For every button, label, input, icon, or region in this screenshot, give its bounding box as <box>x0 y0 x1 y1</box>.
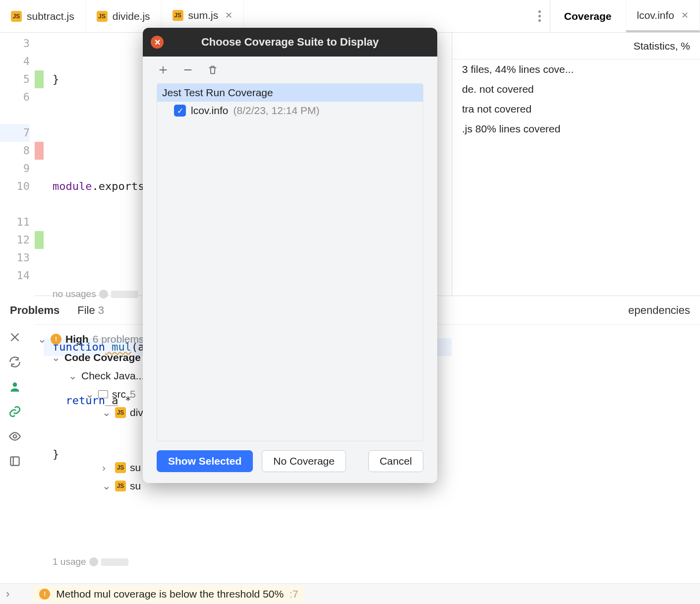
line-number: 4 <box>0 53 30 70</box>
tab-label: lcov.info <box>637 9 674 21</box>
editor-gutter: 3 4 5 6 7 8 9 10 11 12 13 14 <box>0 33 35 604</box>
tab-label: subtract.js <box>27 10 74 22</box>
close-icon[interactable] <box>8 331 21 344</box>
coverage-covered-marker <box>35 70 44 88</box>
dialog-title-bar: ✕ Choose Coverage Suite to Display <box>143 28 437 57</box>
dialog-close-button[interactable]: ✕ <box>151 36 164 49</box>
coverage-strip <box>35 33 44 604</box>
layout-icon[interactable] <box>8 455 21 468</box>
chevron-down-icon: ⌄ <box>102 480 111 492</box>
line-number: 7 <box>0 124 30 142</box>
dependencies-tab[interactable]: ependencies <box>628 304 690 317</box>
problems-sidebar <box>0 325 30 495</box>
cancel-button[interactable]: Cancel <box>368 450 423 472</box>
coverage-covered-marker <box>35 231 44 249</box>
line-number: 10 <box>0 178 30 195</box>
line-number: 13 <box>0 249 30 267</box>
svg-point-1 <box>13 435 17 438</box>
eye-icon[interactable] <box>8 430 21 443</box>
js-file-icon: JS <box>11 11 22 22</box>
person-icon[interactable] <box>8 380 21 393</box>
line-number <box>0 195 30 213</box>
person-icon <box>99 290 108 299</box>
line-number: 6 <box>0 88 30 106</box>
dialog-buttons: Show Selected No Coverage Cancel <box>143 441 437 483</box>
tab-label: divide.js <box>113 10 150 22</box>
usage-hint: no usages <box>53 285 138 303</box>
warning-icon: ! <box>39 589 50 600</box>
coverage-suite-dialog: ✕ Choose Coverage Suite to Display Jest … <box>143 28 437 483</box>
js-file-icon: JS <box>115 407 126 418</box>
add-icon[interactable] <box>158 64 169 75</box>
warning-icon: ! <box>51 334 61 345</box>
suite-list: Jest Test Run Coverage ✓ lcov.info (8/2/… <box>157 83 423 441</box>
coverage-uncovered-marker <box>35 142 44 160</box>
chevron-down-icon: ⌄ <box>52 352 60 363</box>
no-coverage-button[interactable]: No Coverage <box>262 450 346 472</box>
coverage-stats-header: Statistics, % <box>624 40 700 52</box>
line-number: 11 <box>0 213 30 231</box>
close-icon[interactable]: ✕ <box>681 10 689 21</box>
close-icon[interactable]: ✕ <box>225 10 233 21</box>
usage-hint: 1 usage <box>53 553 128 571</box>
kebab-menu-icon[interactable] <box>530 0 550 32</box>
status-bar: › ! Method mul coverage is below the thr… <box>0 583 700 604</box>
line-number: 8 <box>0 142 30 160</box>
line-number: 12 <box>0 231 30 249</box>
line-number: 14 <box>0 267 30 285</box>
coverage-tab[interactable]: Coverage <box>550 0 626 32</box>
show-selected-button[interactable]: Show Selected <box>157 450 253 472</box>
coverage-row[interactable]: .js 80% lines covered <box>452 119 700 139</box>
chevron-right-icon: › <box>102 462 111 474</box>
status-message[interactable]: ! Method mul coverage is below the thres… <box>33 586 304 602</box>
js-file-icon: JS <box>115 462 126 473</box>
coverage-panel: Statistics, % 3 files, 44% lines cove...… <box>452 33 700 296</box>
js-file-icon: JS <box>173 10 183 21</box>
suite-item[interactable]: ✓ lcov.info (8/2/23, 12:14 PM) <box>157 102 423 120</box>
chevron-down-icon: ⌄ <box>68 370 77 382</box>
tab-label: Coverage <box>564 10 612 22</box>
person-icon <box>89 557 98 566</box>
chevron-down-icon: ⌄ <box>38 333 47 345</box>
chevron-right-icon[interactable]: › <box>6 588 9 601</box>
editor-tab-subtract[interactable]: JS subtract.js <box>0 0 86 32</box>
line-number <box>0 106 30 124</box>
js-file-icon: JS <box>115 481 126 491</box>
coverage-header-row: Statistics, % <box>452 33 700 60</box>
remove-icon[interactable] <box>182 64 193 75</box>
coverage-row[interactable]: tra not covered <box>452 99 700 119</box>
link-icon[interactable] <box>8 405 21 418</box>
chevron-down-icon: ⌄ <box>102 407 111 419</box>
suite-item-timestamp: (8/2/23, 12:14 PM) <box>233 105 319 117</box>
checkbox-checked-icon[interactable]: ✓ <box>174 105 186 117</box>
trash-icon[interactable] <box>207 64 218 75</box>
refresh-icon[interactable] <box>8 356 21 368</box>
dialog-toolbar <box>143 57 437 83</box>
folder-icon <box>98 390 108 398</box>
line-number: 9 <box>0 160 30 178</box>
suite-group[interactable]: Jest Test Run Coverage <box>157 84 423 102</box>
suite-item-name: lcov.info <box>191 105 228 117</box>
line-number: 5 <box>0 70 30 88</box>
problems-tab[interactable]: Problems <box>10 304 59 317</box>
svg-rect-2 <box>10 457 19 465</box>
coverage-row[interactable]: de. not covered <box>452 79 700 99</box>
dialog-title: Choose Coverage Suite to Display <box>201 36 379 49</box>
lcov-tab[interactable]: lcov.info ✕ <box>626 0 700 32</box>
js-file-icon: JS <box>97 11 108 22</box>
svg-point-0 <box>13 382 17 387</box>
file-tab[interactable]: File3 <box>77 304 104 317</box>
coverage-row[interactable]: 3 files, 44% lines cove... <box>452 60 700 79</box>
coverage-tab-group: Coverage lcov.info ✕ <box>550 0 700 32</box>
chevron-down-icon: ⌄ <box>85 388 94 400</box>
line-number: 3 <box>0 35 30 53</box>
tab-label: sum.js <box>188 9 219 21</box>
